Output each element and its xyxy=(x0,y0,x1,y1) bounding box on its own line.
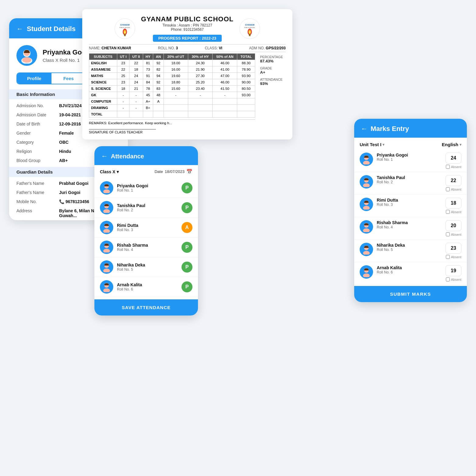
table-cell: 24 xyxy=(129,79,143,86)
table-cell: 21 xyxy=(129,86,143,92)
table-cell: 92 xyxy=(153,60,164,66)
absent-checkbox[interactable] xyxy=(446,277,450,281)
marks-score-input[interactable] xyxy=(446,243,461,254)
att-student-roll: Roll No. 2 xyxy=(117,208,178,212)
att-student-name: Tanishka Paul xyxy=(117,203,178,208)
table-cell: 22 xyxy=(129,60,143,66)
marks-score-input[interactable] xyxy=(446,198,461,209)
absent-checkbox[interactable] xyxy=(446,165,450,169)
marks-student-roll: Roll No. 3 xyxy=(377,203,442,207)
col-20ut: 20% of UT xyxy=(164,54,188,60)
admission-no-value: BJV/21/324 xyxy=(59,103,82,108)
subject-chevron-icon: ▾ xyxy=(460,143,461,147)
blood-group-label: Blood Group xyxy=(16,158,59,163)
table-cell xyxy=(117,111,129,118)
marks-test-select[interactable]: Unit Test I ▾ xyxy=(360,142,384,147)
table-cell: 25.20 xyxy=(188,79,213,86)
table-cell: GK xyxy=(89,92,117,98)
attendance-status-badge[interactable]: P xyxy=(182,182,192,193)
att-student-avatar xyxy=(100,280,113,294)
table-cell: 41.50 xyxy=(213,86,237,92)
absent-checkbox-label: Absent xyxy=(446,232,461,236)
marks-student-avatar xyxy=(360,243,373,256)
absent-checkbox-label: Absent xyxy=(446,210,461,214)
marks-score-input[interactable] xyxy=(446,153,461,164)
marks-filter-row: Unit Test I ▾ English ▾ xyxy=(354,138,467,150)
svg-rect-10 xyxy=(124,34,125,36)
att-class-select[interactable]: Class X ▾ xyxy=(100,169,119,174)
att-class-label: Class xyxy=(100,169,111,174)
list-item: Rimi Dutta Roll No. 3 A xyxy=(94,218,198,238)
table-cell: - xyxy=(117,92,129,98)
table-cell: 83 xyxy=(153,86,164,92)
report-header: GYANAM PUBLIC SCHOOL GYANAM PUBLIC SCHOO… xyxy=(89,15,286,42)
submit-marks-button[interactable]: SUBMIT MARKS xyxy=(354,286,467,302)
table-cell: 41.00 xyxy=(213,66,237,73)
attendance-status-badge[interactable]: P xyxy=(182,202,192,213)
attendance-status-badge[interactable]: P xyxy=(182,281,192,292)
attendance-status-badge[interactable]: A xyxy=(182,222,192,233)
table-cell: 18 xyxy=(117,86,129,92)
marks-subject-select[interactable]: English ▾ xyxy=(442,142,461,147)
calendar-icon[interactable]: 📅 xyxy=(186,169,192,175)
att-back-arrow-icon[interactable]: ← xyxy=(101,152,108,160)
absent-checkbox[interactable] xyxy=(446,187,450,191)
school-address: Tinsukia : Assam : PIN 782127 xyxy=(141,23,234,27)
att-name-block: Rishab Sharma Roll No. 4 xyxy=(117,243,178,252)
svg-point-29 xyxy=(103,288,110,292)
marks-score-input[interactable] xyxy=(446,175,461,186)
father-name-value: Prabhat Gogoi xyxy=(59,181,88,186)
absent-checkbox[interactable] xyxy=(446,210,450,214)
admission-no-label: Admission No. xyxy=(16,103,59,108)
table-cell: 90.00 xyxy=(237,79,255,86)
list-item: Rimi Dutta Roll No. 3 Absent xyxy=(354,195,467,217)
attendance-status-badge[interactable]: P xyxy=(182,242,192,253)
marks-back-arrow-icon[interactable]: ← xyxy=(361,125,368,133)
att-name-block: Arnab Kalita Roll No. 6 xyxy=(117,282,178,291)
col-hy: HY xyxy=(143,54,153,60)
svg-text:GYANAM: GYANAM xyxy=(120,23,130,26)
test-chevron-icon: ▾ xyxy=(383,143,384,147)
admission-date-label: Admission Date xyxy=(16,112,59,117)
att-date-row: Date 18/07/2023 📅 xyxy=(154,169,192,175)
table-cell: 82 xyxy=(153,66,164,73)
table-cell: A+ xyxy=(143,98,153,105)
list-item: Niharika Deka Roll No. 5 Absent xyxy=(354,240,467,262)
tab-profile[interactable]: Profile xyxy=(17,73,51,84)
marks-student-avatar xyxy=(360,198,373,211)
religion-label: Religion xyxy=(16,149,59,154)
attendance-card: ← Attendance Class X ▾ Date 18/07/2023 📅… xyxy=(94,146,198,316)
marks-score-input[interactable] xyxy=(446,265,461,276)
table-cell: 23 xyxy=(117,60,129,66)
marks-input-block: Absent xyxy=(446,198,461,214)
marks-student-name: Tanishka Paul xyxy=(377,175,442,180)
att-student-avatar xyxy=(100,241,113,254)
table-cell: 84 xyxy=(143,79,153,86)
back-arrow-icon[interactable]: ← xyxy=(16,25,23,33)
table-cell: A xyxy=(153,98,164,105)
side-grade: GRADE A+ xyxy=(260,66,286,75)
marks-score-input[interactable] xyxy=(446,220,461,231)
table-cell: ASSAMESE xyxy=(89,66,117,73)
marks-input-block: Absent xyxy=(446,153,461,169)
svg-point-9 xyxy=(124,31,125,33)
absent-label: Absent xyxy=(451,255,461,259)
table-cell: 22 xyxy=(117,66,129,73)
tab-fees[interactable]: Fees xyxy=(51,73,86,84)
list-item: Priyanka Gogoi Roll No. 1 Absent xyxy=(354,150,467,172)
attendance-status-badge[interactable]: P xyxy=(182,262,192,273)
marks-table: SUBJECTS UT I UT II HY AN 20% of UT 30% … xyxy=(89,53,255,118)
att-student-roll: Roll No. 6 xyxy=(117,287,178,291)
svg-point-19 xyxy=(103,189,110,193)
table-cell: - xyxy=(117,98,129,105)
save-attendance-button[interactable]: SAVE ATTENDANCE xyxy=(94,299,198,316)
father-name-label: Father's Name xyxy=(16,181,59,186)
att-student-roll: Roll No. 5 xyxy=(117,267,178,272)
absent-checkbox[interactable] xyxy=(446,232,450,236)
table-cell: 25 xyxy=(117,73,129,79)
absent-checkbox[interactable] xyxy=(446,255,450,259)
marks-student-name: Niharika Deka xyxy=(377,243,442,248)
list-item: Tanishka Paul Roll No. 2 P xyxy=(94,198,198,218)
att-student-avatar xyxy=(100,181,113,195)
att-student-roll: Roll No. 1 xyxy=(117,188,178,192)
